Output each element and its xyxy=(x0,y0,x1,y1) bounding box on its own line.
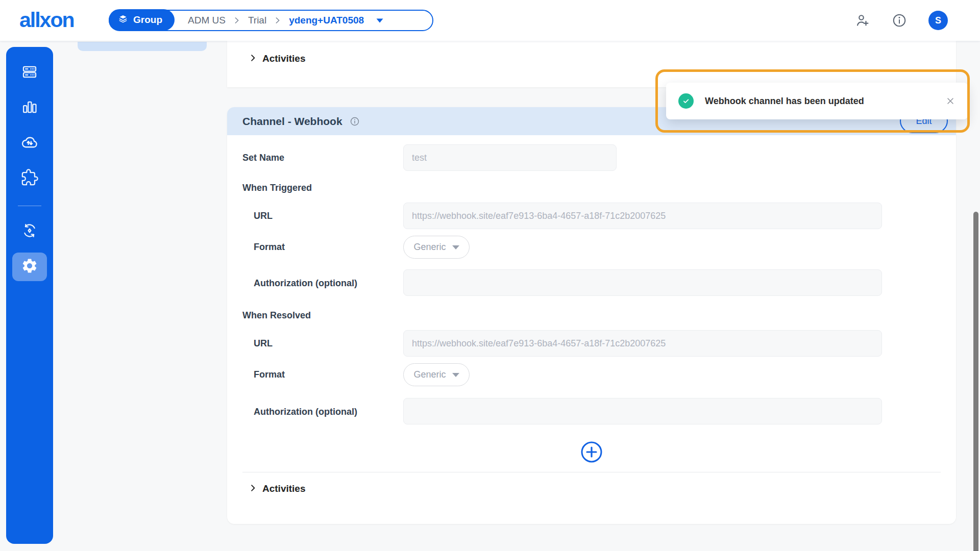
top-header: allxon Group ADM US Trial xyxy=(0,0,980,41)
resolved-url-label: URL xyxy=(254,330,273,357)
toast-message: Webhook channel has been updated xyxy=(705,96,945,107)
breadcrumb-item-group[interactable]: Trial xyxy=(248,15,266,26)
set-name-row: Set Name xyxy=(242,144,284,171)
activities-toggle-top[interactable]: Activities xyxy=(227,41,956,64)
app-root: allxon Group ADM US Trial xyxy=(0,0,980,551)
bar-chart-icon xyxy=(21,98,38,118)
when-resolved-label: When Resolved xyxy=(242,310,311,321)
section-divider xyxy=(242,472,941,472)
when-triggered-label: When Triggered xyxy=(242,183,312,193)
chevron-right-icon xyxy=(249,484,257,494)
sync-icon xyxy=(21,222,38,241)
sidebar-item-updates[interactable] xyxy=(12,217,47,246)
triggered-url-field-wrap xyxy=(403,203,882,229)
main-sidebar xyxy=(6,47,53,544)
devices-icon xyxy=(21,63,38,83)
vertical-scrollbar[interactable] xyxy=(973,212,978,551)
sidebar-item-plugins[interactable] xyxy=(12,164,47,193)
nav-item-highlight-fragment[interactable] xyxy=(78,42,207,51)
toast-notification: Webhook channel has been updated xyxy=(666,83,968,119)
activities-label: Activities xyxy=(262,483,305,494)
selected-format-value: Generic xyxy=(413,242,446,253)
breadcrumb-current-device[interactable]: ydeng+UAT0508 xyxy=(289,15,364,26)
webhook-section-card: Channel - Webhook Edit Set Name When Tri… xyxy=(227,107,956,524)
resolved-format-label: Format xyxy=(254,363,285,386)
resolved-url-input[interactable] xyxy=(403,330,882,357)
sidebar-item-ota[interactable] xyxy=(12,129,47,158)
resolved-auth-input[interactable] xyxy=(403,398,882,424)
caret-down-icon xyxy=(452,245,459,249)
set-name-label: Set Name xyxy=(242,153,284,163)
selected-format-value: Generic xyxy=(413,369,446,380)
allxon-logo[interactable]: allxon xyxy=(19,8,74,32)
triggered-url-label: URL xyxy=(254,203,273,229)
sidebar-item-settings[interactable] xyxy=(12,253,47,281)
breadcrumb-item-org[interactable]: ADM US xyxy=(188,15,226,26)
triggered-format-select[interactable]: Generic xyxy=(403,236,470,259)
breadcrumb-group-label: Group xyxy=(133,14,162,26)
dropdown-caret-icon[interactable] xyxy=(375,16,384,24)
caret-down-icon xyxy=(452,373,459,377)
resolved-format-select[interactable]: Generic xyxy=(403,363,470,386)
chevron-right-icon xyxy=(274,16,282,24)
check-circle-icon xyxy=(678,93,694,109)
breadcrumb: Group ADM US Trial ydeng+UAT0508 xyxy=(109,10,433,31)
chevron-right-icon xyxy=(233,16,241,24)
section-title: Channel - Webhook xyxy=(242,115,342,128)
triggered-auth-input[interactable] xyxy=(403,269,882,296)
user-avatar[interactable]: S xyxy=(928,11,948,30)
settings-icon xyxy=(21,257,38,277)
plus-circle-icon xyxy=(580,441,603,463)
resolved-auth-label: Authorization (optional) xyxy=(254,398,357,425)
sidebar-item-dashboard[interactable] xyxy=(12,94,47,122)
activities-toggle-bottom[interactable]: Activities xyxy=(227,483,305,494)
triggered-auth-field-wrap xyxy=(403,269,882,296)
info-icon[interactable] xyxy=(892,13,907,28)
triggered-auth-label: Authorization (optional) xyxy=(254,269,357,297)
triggered-format-label: Format xyxy=(254,236,285,259)
header-actions: S xyxy=(855,0,948,41)
activities-label: Activities xyxy=(262,53,305,64)
cloud-transfer-icon xyxy=(20,133,39,154)
person-add-icon[interactable] xyxy=(855,13,870,28)
set-name-input[interactable] xyxy=(403,144,617,171)
breadcrumb-group-pill[interactable]: Group xyxy=(109,9,175,31)
info-icon[interactable] xyxy=(350,116,360,127)
sidebar-item-devices[interactable] xyxy=(12,59,47,87)
plugins-icon xyxy=(21,169,38,188)
sidebar-divider xyxy=(18,206,41,206)
layers-icon xyxy=(118,14,128,27)
set-name-field-wrap xyxy=(403,144,617,171)
close-icon[interactable] xyxy=(945,96,955,106)
chevron-right-icon xyxy=(249,54,257,64)
resolved-auth-field-wrap xyxy=(403,398,882,424)
upper-section-card: Activities xyxy=(227,41,956,87)
add-webhook-button[interactable] xyxy=(580,441,603,463)
triggered-url-input[interactable] xyxy=(403,203,882,229)
resolved-url-field-wrap xyxy=(403,330,882,357)
